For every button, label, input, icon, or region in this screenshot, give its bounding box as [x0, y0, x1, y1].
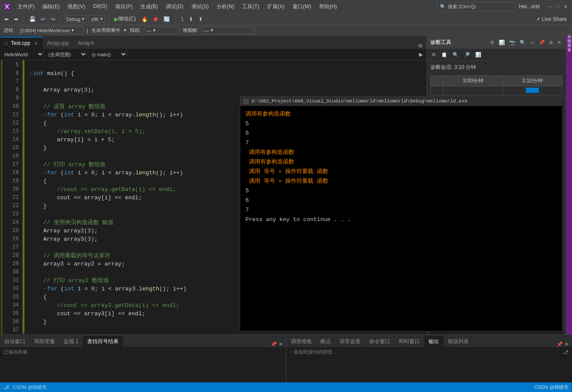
process-label: 进程: — [3, 27, 14, 34]
minimize-button[interactable]: ─ — [547, 3, 553, 10]
window-controls: ─ □ ✕ — [547, 3, 569, 10]
search-placeholder: 搜索 (Ctrl+Q) — [448, 3, 476, 10]
diag-session-label: 诊断会话: 3:10 分钟 — [427, 61, 566, 74]
bottom-right-close-btn[interactable]: ✕ — [565, 341, 569, 347]
diag-events-icon[interactable]: 📋 — [440, 51, 449, 58]
breadcrumb-project-select[interactable]: HelloWorld — [0, 49, 44, 60]
bottom-left-close-btn[interactable]: ✕ — [279, 341, 283, 347]
console-path: D:\002_Project\006_Visual_Studio\HelloWo… — [252, 99, 467, 104]
menu-item-gitg[interactable]: Git(G) — [89, 2, 111, 12]
bottom-left-pin-btn[interactable]: 📌 — [271, 341, 277, 347]
filter-btn[interactable]: ▭ — [529, 39, 536, 46]
tab-array-cpp[interactable]: Array.cpp — [43, 37, 73, 49]
breadcrumb-scope-select[interactable]: (全局范围) — [44, 49, 87, 60]
tab-immediate[interactable]: 即时窗口 — [395, 336, 424, 347]
bottom-right-pin-btn[interactable]: 📌 — [557, 341, 563, 347]
close-diag-btn[interactable]: ✕ — [556, 39, 562, 46]
toolbar-right-section: ↗ Live Share — [533, 15, 569, 23]
tab-auto-window[interactable]: 自动窗口 — [0, 336, 30, 347]
tab-breakpoints[interactable]: 断点 — [316, 336, 335, 347]
diag-col-3-10: 3:10分钟 — [503, 76, 562, 86]
thread-dropdown[interactable]: — ▾ — [144, 27, 179, 34]
restart-btn[interactable]: 🔄 — [162, 15, 172, 23]
menu-item-v[interactable]: 视图(V) — [64, 2, 89, 12]
title-bar-right: 🔍 搜索 (Ctrl+Q) Hel...orld ─ □ ✕ — [437, 2, 569, 11]
step-over-btn[interactable]: ⤵ — [179, 15, 185, 23]
tab-exception-settings[interactable]: 异常设置 — [335, 336, 365, 347]
toolbar-undo-btn[interactable]: ↩ — [39, 15, 47, 23]
step-out-btn[interactable]: ⬆ — [197, 15, 204, 23]
tab-array-h[interactable]: Array.h — [73, 37, 99, 49]
undock-btn[interactable]: ⧉ — [548, 39, 554, 46]
tab-command-window[interactable]: 命令窗口 — [365, 336, 395, 347]
diag-bar-icon[interactable]: 📊 — [474, 51, 483, 58]
menu-item-p[interactable]: 项目(P) — [112, 2, 136, 12]
code-line-5 — [30, 61, 426, 69]
bottom-left-panel: 自动窗口 局部变量 监视 1 查找符号结果 📌 ✕ — [0, 335, 286, 382]
close-button[interactable]: ✕ — [562, 3, 569, 10]
git-icon-right[interactable]: ⎇ — [563, 349, 569, 355]
side-panel-item-3[interactable]: 探 — [566, 49, 572, 52]
tab-local-vars[interactable]: 局部变量 — [30, 336, 59, 347]
toolbar-forward-btn[interactable]: ➡ — [12, 15, 20, 23]
tab-test-cpp[interactable]: ⬡ Test.cpp ✕ — [0, 37, 43, 49]
callstack-dropdown[interactable]: — ▾ — [202, 27, 254, 34]
camera-btn[interactable]: 📷 — [508, 39, 517, 46]
process-arrow: ▾ — [72, 27, 74, 33]
toolbar-redo-btn[interactable]: ↪ — [49, 15, 57, 23]
debug-config-dropdown[interactable]: Debug ▾ — [64, 15, 87, 23]
tab-output[interactable]: 输出 — [424, 336, 443, 347]
side-panel-item-1[interactable]: 性 — [566, 40, 572, 44]
menu-item-e[interactable]: 编辑(E) — [39, 2, 63, 12]
watermark: CSDN @韩曙亮 — [13, 384, 47, 391]
menu-item-h[interactable]: 帮助(H) — [316, 2, 340, 12]
toolbar-back-btn[interactable]: ⬅ — [3, 15, 10, 23]
tab-array-h-label: Array.h — [78, 40, 94, 46]
menu-item-w[interactable]: 窗口(W) — [289, 2, 315, 12]
menu-item-n[interactable]: 分析(N) — [213, 2, 238, 12]
tab-find-symbol[interactable]: 查找符号结果 — [83, 336, 123, 347]
arch-dropdown[interactable]: x86 ▾ — [89, 15, 105, 23]
live-share-button[interactable]: ↗ Live Share — [533, 15, 569, 23]
diag-settings-icon[interactable]: ⚙ — [430, 51, 437, 58]
menu-item-d[interactable]: 调试(D) — [162, 2, 187, 12]
pin-btn[interactable]: 📌 — [538, 39, 546, 46]
menu-item-f[interactable]: 文件(F) — [14, 2, 38, 12]
menu-item-x[interactable]: 扩展(X) — [264, 2, 288, 12]
tab-error-list[interactable]: 错误列表 — [443, 336, 473, 347]
console-line-7: 调用有参构造函数 — [245, 157, 557, 167]
breadcrumb-fn-select[interactable]: ◎ main() — [87, 49, 127, 60]
menu-item-b[interactable]: 生成(B) — [137, 2, 161, 12]
bottom-right-content: ↑ 添加到源代码管理... ⎇ — [286, 347, 572, 382]
diag-col-3-00: 3:00分钟 — [443, 76, 503, 86]
toolbar-divider-1 — [24, 15, 24, 23]
menu-item-s[interactable]: 测试(S) — [188, 2, 212, 12]
search-box[interactable]: 🔍 搜索 (Ctrl+Q) — [437, 2, 515, 11]
continue-btn[interactable]: ▶ 继续(C) — [112, 14, 138, 24]
settings-btn[interactable]: ⚙ — [489, 39, 496, 46]
tab-test-cpp-close[interactable]: ✕ — [33, 41, 38, 46]
maximize-button[interactable]: □ — [555, 3, 561, 10]
tab-call-stack[interactable]: 调用堆栈 — [286, 336, 316, 347]
diag-zoom-icon[interactable]: 🔎 — [463, 51, 471, 58]
tabs-filler — [99, 37, 415, 49]
diagnostics-header: 诊断工具 ⚙ 📊 📷 🔍 ▭ 📌 ⧉ ✕ — [427, 36, 566, 49]
side-panel-item-4[interactable]: 查 — [566, 53, 572, 57]
status-bar: ⎇ CSDN @韩曙亮 CSDN @韩曙亮 — [0, 382, 572, 392]
search-diag-btn[interactable]: 🔍 — [518, 39, 527, 46]
process-dropdown[interactable]: [23804] HelloWorld.exe ▾ — [18, 27, 83, 34]
events-btn[interactable]: 📊 — [497, 39, 506, 46]
breadcrumb-expand-btn[interactable]: ▶ — [415, 51, 426, 58]
side-panel-item-2[interactable]: 能 — [566, 44, 572, 48]
tab-watch-1[interactable]: 监视 1 — [59, 336, 83, 347]
menu-item-t[interactable]: 工具(T) — [238, 2, 262, 12]
stop-btn[interactable]: ⏹ — [151, 15, 160, 23]
diag-table-wrapper: 3:00分钟 3:10分钟 — [427, 74, 566, 98]
step-into-btn[interactable]: ⬇ — [187, 15, 195, 23]
toolbar-save-btn[interactable]: 💾 — [27, 15, 37, 23]
diag-search-icon[interactable]: 🔍 — [451, 51, 460, 58]
process-name: [23804] HelloWorld.exe — [20, 28, 70, 33]
editor-settings-btn[interactable]: ⚙ — [415, 43, 426, 49]
console-line-12: 7 — [245, 205, 557, 215]
title-bar: 文件(F)编辑(E)视图(V)Git(G)项目(P)生成(B)调试(D)测试(S… — [0, 0, 572, 13]
